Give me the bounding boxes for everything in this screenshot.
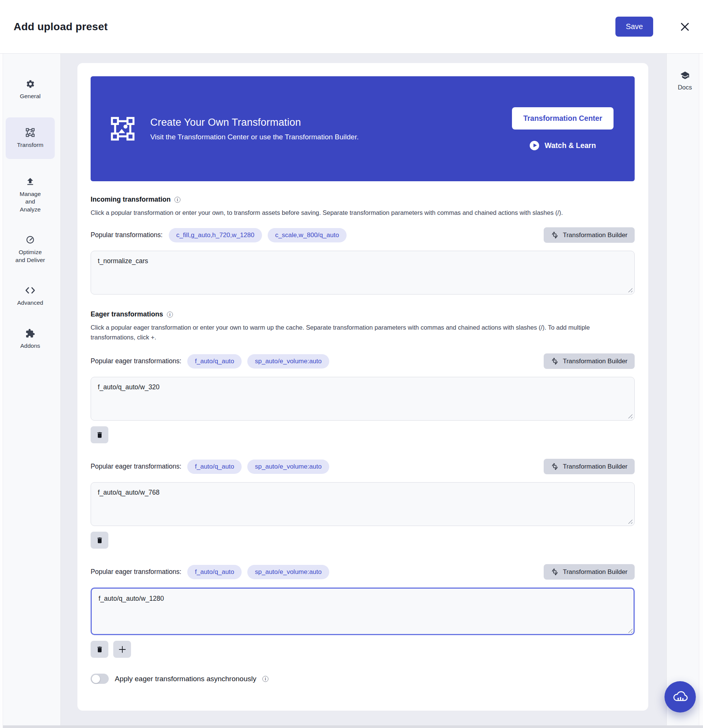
trash-icon (96, 646, 103, 653)
popular-chip[interactable]: f_auto/q_auto (187, 460, 242, 474)
trash-icon (96, 431, 103, 439)
transformation-builder-button[interactable]: Transformation Builder (544, 353, 635, 369)
sidebar-item-advanced[interactable]: Advanced (17, 285, 43, 307)
banner-title: Create Your Own Transformation (150, 117, 359, 128)
delete-entry-button[interactable] (91, 641, 108, 658)
watch-learn-link[interactable]: Watch & Learn (530, 141, 596, 150)
crop-rotate-icon (551, 231, 559, 239)
transform-frame-icon (109, 115, 137, 143)
transformation-builder-label: Transformation Builder (563, 463, 627, 470)
crop-rotate-icon (551, 463, 559, 470)
eager-textarea-wrap: f_auto/q_auto/w_320 (91, 377, 635, 421)
banner-actions: Transformation Center Watch & Learn (512, 107, 614, 150)
eager-description: Click a popular eager transformation or … (91, 322, 635, 342)
eager-transformation-input[interactable]: f_auto/q_auto/w_768 (91, 482, 635, 526)
plus-icon (118, 645, 126, 654)
popular-chip[interactable]: f_auto/q_auto (187, 354, 242, 369)
toggle-knob (92, 675, 100, 683)
async-toggle-row: Apply eager transformations asynchronous… (91, 674, 635, 684)
sidebar-item-label: Manage and Analyze (18, 190, 43, 213)
eager-entry-actions (91, 532, 635, 549)
crop-rotate-icon (551, 357, 559, 365)
left-sidebar: General Transform Manage and Analy (0, 54, 61, 728)
popular-chip[interactable]: f_auto/q_auto (187, 565, 242, 579)
incoming-textarea-wrap: t_normalize_cars (91, 251, 635, 295)
eager-popular-row: Popular eager transformations: f_auto/q_… (91, 564, 635, 580)
transformation-builder-label: Transformation Builder (563, 568, 627, 576)
async-toggle[interactable] (91, 674, 109, 684)
eager-textarea-wrap: f_auto/q_auto/w_768 (91, 482, 635, 526)
sidebar-item-manage-analyze[interactable]: Manage and Analyze (18, 176, 43, 213)
transform-icon (25, 127, 35, 138)
transformation-banner: Create Your Own Transformation Visit the… (91, 76, 635, 181)
docs-icon (680, 70, 690, 80)
transformation-center-button[interactable]: Transformation Center (512, 107, 614, 130)
popular-chip[interactable]: c_scale,w_800/q_auto (268, 228, 347, 242)
transformation-builder-label: Transformation Builder (563, 358, 627, 365)
play-icon (530, 141, 539, 150)
close-icon (679, 21, 691, 32)
sidebar-item-label: Optimize and Deliver (13, 248, 47, 264)
sidebar-item-label: Addons (20, 342, 40, 350)
crop-rotate-icon (551, 568, 559, 576)
incoming-section-header: Incoming transformation i (91, 196, 635, 204)
sidebar-item-transform[interactable]: Transform (6, 117, 55, 159)
delete-entry-button[interactable] (91, 426, 108, 443)
bottom-scrollbar[interactable] (3, 725, 703, 728)
delete-entry-button[interactable] (91, 532, 108, 549)
banner-text: Create Your Own Transformation Visit the… (150, 117, 359, 141)
popular-eager-label: Popular eager transformations: (91, 357, 181, 365)
watch-learn-label: Watch & Learn (545, 141, 596, 150)
popular-chip[interactable]: c_fill,g_auto,h_720,w_1280 (169, 228, 262, 242)
popular-chip[interactable]: sp_auto/e_volume:auto (247, 565, 329, 579)
incoming-heading: Incoming transformation (91, 196, 171, 204)
gear-icon (25, 79, 35, 89)
transformation-builder-button[interactable]: Transformation Builder (544, 227, 635, 243)
save-button[interactable]: Save (615, 17, 653, 37)
cloud-upload-icon (672, 688, 689, 706)
popular-chip[interactable]: sp_auto/e_volume:auto (247, 460, 329, 474)
eager-popular-row: Popular eager transformations: f_auto/q_… (91, 459, 635, 474)
code-icon (25, 285, 35, 296)
popular-eager-label: Popular eager transformations: (91, 568, 181, 576)
banner-subtitle: Visit the Transformation Center or use t… (150, 133, 359, 141)
eager-entry-actions (91, 641, 635, 658)
incoming-description: Click a popular transformation or enter … (91, 208, 635, 217)
transform-settings-card: Create Your Own Transformation Visit the… (77, 63, 648, 711)
eager-transformation-input[interactable]: f_auto/q_auto/w_1280 (91, 588, 635, 635)
trash-icon (96, 537, 103, 544)
eager-section-header: Eager transformations i (91, 310, 635, 318)
transformation-builder-button[interactable]: Transformation Builder (544, 459, 635, 474)
popular-transformations-label: Popular transformations: (91, 231, 163, 239)
cloudinary-fab[interactable] (664, 681, 696, 713)
right-sidebar: Docs (666, 54, 703, 728)
scrollbar-track[interactable] (699, 54, 703, 728)
docs-label[interactable]: Docs (678, 84, 692, 91)
eager-entry-actions (91, 426, 635, 443)
eager-textarea-wrap-focused: f_auto/q_auto/w_1280 (91, 588, 635, 635)
popular-eager-label: Popular eager transformations: (91, 463, 181, 470)
modal-header: Add upload preset Save (0, 0, 703, 54)
eager-entry-block: Popular eager transformations: f_auto/q_… (91, 353, 635, 443)
gauge-icon (25, 234, 35, 245)
close-button[interactable] (678, 20, 692, 34)
sidebar-item-general[interactable]: General (20, 79, 40, 100)
sidebar-item-label: General (20, 93, 40, 100)
puzzle-icon (25, 328, 35, 339)
eager-transformation-input[interactable]: f_auto/q_auto/w_320 (91, 377, 635, 421)
add-entry-button[interactable] (113, 641, 131, 658)
sidebar-item-optimize-deliver[interactable]: Optimize and Deliver (13, 234, 47, 264)
transformation-builder-button[interactable]: Transformation Builder (544, 564, 635, 580)
eager-entry-block: Popular eager transformations: f_auto/q_… (91, 564, 635, 658)
popular-chip[interactable]: sp_auto/e_volume:auto (247, 354, 329, 369)
sidebar-item-addons[interactable]: Addons (20, 328, 40, 350)
upload-icon (25, 176, 35, 187)
info-icon[interactable]: i (174, 197, 180, 203)
transformation-builder-label: Transformation Builder (563, 231, 627, 239)
info-icon[interactable]: i (167, 312, 173, 318)
incoming-transformation-input[interactable]: t_normalize_cars (91, 251, 635, 295)
eager-heading: Eager transformations (91, 310, 163, 318)
async-toggle-label: Apply eager transformations asynchronous… (115, 675, 256, 683)
sidebar-item-label: Advanced (17, 299, 43, 307)
info-icon[interactable]: i (262, 676, 268, 682)
